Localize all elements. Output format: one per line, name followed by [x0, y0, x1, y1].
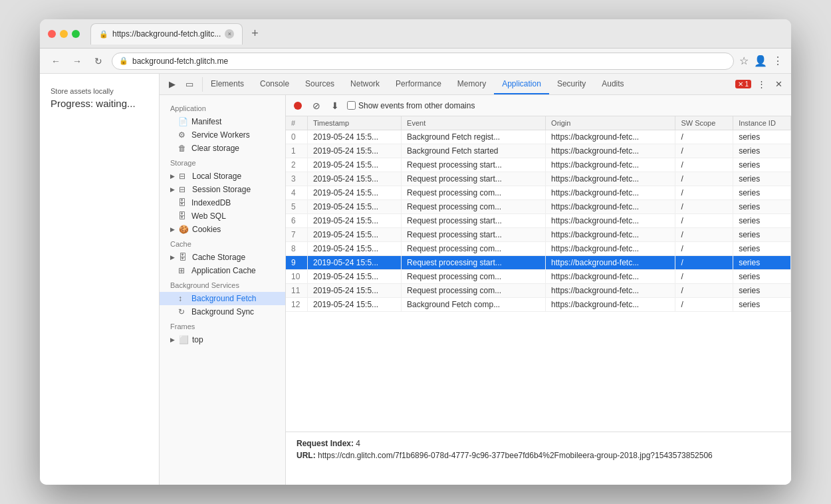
download-button[interactable]: ⬇ — [328, 99, 342, 112]
table-cell: / — [675, 256, 733, 270]
sidebar-item-background-fetch[interactable]: ↕ Background Fetch — [160, 292, 285, 305]
sidebar-item-cookies[interactable]: ▶ 🍪 Cookies — [160, 223, 285, 236]
tab-audits[interactable]: Audits — [594, 74, 632, 94]
table-cell: / — [675, 186, 733, 200]
maximize-button[interactable] — [72, 30, 80, 38]
sidebar-label-clear-storage: Clear storage — [191, 144, 239, 153]
sidebar-item-session-storage[interactable]: ▶ ⊟ Session Storage — [160, 183, 285, 196]
tab-performance[interactable]: Performance — [388, 74, 449, 94]
table-cell: series — [733, 270, 791, 284]
frames-top-icon: ⬜ — [179, 335, 188, 344]
table-cell: https://background-fetc... — [546, 256, 675, 270]
table-cell: https://background-fetc... — [546, 284, 675, 298]
table-row[interactable]: 82019-05-24 15:5...Request processing co… — [286, 242, 791, 256]
table-row[interactable]: 112019-05-24 15:5...Request processing c… — [286, 284, 791, 298]
close-button[interactable] — [48, 30, 56, 38]
devtools-toolbar: ▶ ▭ Elements Console Sources Network Per… — [160, 74, 791, 95]
tab-memory[interactable]: Memory — [449, 74, 494, 94]
tab-elements[interactable]: Elements — [203, 74, 252, 94]
sidebar-item-frames-top[interactable]: ▶ ⬜ top — [160, 333, 285, 346]
table-cell: https://background-fetc... — [546, 158, 675, 172]
table-row[interactable]: 72019-05-24 15:5...Request processing st… — [286, 228, 791, 242]
table-cell: 1 — [286, 144, 308, 158]
table-cell: 11 — [286, 284, 308, 298]
menu-icon[interactable]: ⋮ — [772, 55, 783, 67]
request-index-row: Request Index: 4 — [297, 439, 780, 448]
sidebar-item-cache-storage[interactable]: ▶ 🗄 Cache Storage — [160, 251, 285, 264]
clear-icon: ⊘ — [312, 100, 320, 111]
table-cell: https://background-fetc... — [546, 298, 675, 312]
table-cell: Background Fetch comp... — [402, 298, 546, 312]
new-tab-button[interactable]: + — [245, 25, 264, 43]
minimize-button[interactable] — [60, 30, 68, 38]
inspect-icon[interactable]: ▶ — [165, 77, 179, 92]
tab-sources[interactable]: Sources — [297, 74, 342, 94]
tab-application[interactable]: Application — [494, 74, 549, 94]
table-row[interactable]: 52019-05-24 15:5...Request processing co… — [286, 200, 791, 214]
table-cell: 9 — [286, 256, 308, 270]
table-row[interactable]: 62019-05-24 15:5...Request processing st… — [286, 214, 791, 228]
sidebar-item-background-sync[interactable]: ↻ Background Sync — [160, 305, 285, 318]
sidebar-label-local-storage: Local Storage — [192, 172, 241, 181]
clear-button[interactable]: ⊘ — [310, 99, 323, 112]
table-cell: Request processing com... — [402, 186, 546, 200]
table-cell: / — [675, 130, 733, 144]
table-cell: Request processing com... — [402, 270, 546, 284]
sidebar-section-frames: Frames — [160, 318, 285, 333]
table-header-row: # Timestamp Event Origin SW Scope Instan… — [286, 116, 791, 130]
back-button[interactable]: ← — [48, 53, 64, 69]
record-button[interactable] — [291, 99, 304, 112]
table-row[interactable]: 92019-05-24 15:5...Request processing st… — [286, 256, 791, 270]
table-row[interactable]: 32019-05-24 15:5...Request processing st… — [286, 172, 791, 186]
expand-arrow-cache-storage: ▶ — [170, 254, 175, 261]
table-row[interactable]: 12019-05-24 15:5...Background Fetch star… — [286, 144, 791, 158]
address-bar[interactable]: 🔒 background-fetch.glitch.me — [112, 53, 734, 70]
bookmark-icon[interactable]: ☆ — [739, 55, 749, 67]
profile-icon[interactable]: 👤 — [754, 55, 767, 67]
sidebar-item-local-storage[interactable]: ▶ ⊟ Local Storage — [160, 170, 285, 183]
tab-console[interactable]: Console — [252, 74, 297, 94]
show-events-checkbox[interactable] — [347, 101, 356, 110]
tab-close-btn[interactable]: × — [225, 29, 234, 39]
reload-button[interactable]: ↻ — [90, 53, 106, 69]
table-cell: / — [675, 214, 733, 228]
service-workers-icon: ⚙ — [178, 130, 187, 140]
more-tabs-icon[interactable]: ⋮ — [754, 77, 769, 92]
table-row[interactable]: 02019-05-24 15:5...Background Fetch regi… — [286, 130, 791, 144]
background-sync-icon: ↻ — [178, 307, 187, 316]
detail-panel: Request Index: 4 URL: https://cdn.glitch… — [286, 432, 791, 485]
browser-tab[interactable]: 🔒 https://background-fetch.glitc... × — [90, 23, 243, 45]
tab-network[interactable]: Network — [342, 74, 388, 94]
table-cell: 2019-05-24 15:5... — [308, 144, 402, 158]
table-row[interactable]: 22019-05-24 15:5...Request processing st… — [286, 158, 791, 172]
table-row[interactable]: 102019-05-24 15:5...Request processing c… — [286, 270, 791, 284]
sidebar-section-storage: Storage — [160, 155, 285, 170]
table-row[interactable]: 122019-05-24 15:5...Background Fetch com… — [286, 298, 791, 312]
sidebar-item-app-cache[interactable]: ⊞ Application Cache — [160, 264, 285, 277]
table-cell: / — [675, 158, 733, 172]
tab-title: https://background-fetch.glitc... — [112, 29, 221, 39]
sidebar-item-indexeddb[interactable]: 🗄 IndexedDB — [160, 196, 285, 209]
device-icon[interactable]: ▭ — [182, 77, 197, 92]
table-cell: series — [733, 228, 791, 242]
table-cell: https://background-fetc... — [546, 172, 675, 186]
table-cell: series — [733, 256, 791, 270]
sidebar-label-background-sync: Background Sync — [191, 307, 254, 316]
page-title: Progress: waiting... — [51, 98, 148, 109]
show-events-checkbox-label[interactable]: Show events from other domains — [347, 101, 475, 110]
tab-security[interactable]: Security — [549, 74, 594, 94]
forward-button[interactable]: → — [69, 53, 85, 69]
col-header-event: Event — [402, 116, 546, 130]
devtools-tabs: Elements Console Sources Network Perform… — [203, 74, 791, 94]
sidebar-section-cache: Cache — [160, 236, 285, 251]
sidebar-item-web-sql[interactable]: 🗄 Web SQL — [160, 209, 285, 223]
table-cell: 2019-05-24 15:5... — [308, 242, 402, 256]
table-cell: series — [733, 242, 791, 256]
sidebar-item-clear-storage[interactable]: 🗑 Clear storage — [160, 142, 285, 155]
close-devtools-icon[interactable]: ✕ — [771, 77, 786, 92]
table-body: 02019-05-24 15:5...Background Fetch regi… — [286, 130, 791, 312]
table-cell: https://background-fetc... — [546, 270, 675, 284]
table-row[interactable]: 42019-05-24 15:5...Request processing co… — [286, 186, 791, 200]
sidebar-item-manifest[interactable]: 📄 Manifest — [160, 115, 285, 128]
sidebar-item-service-workers[interactable]: ⚙ Service Workers — [160, 128, 285, 142]
